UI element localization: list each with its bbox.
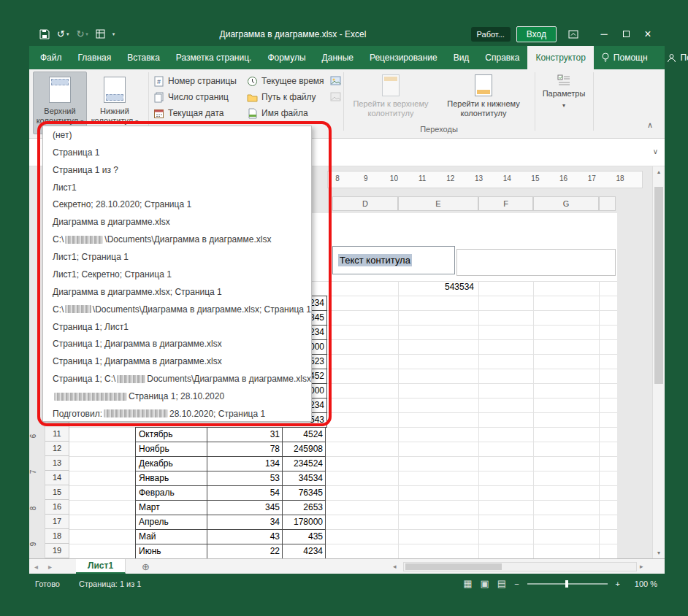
column-header[interactable] [599, 196, 616, 211]
view-normal-button[interactable]: ▦ [463, 578, 472, 589]
scroll-up-arrow[interactable]: ▴ [653, 169, 665, 175]
sheet-tab-active[interactable]: Лист1 [76, 559, 126, 574]
file-name-button[interactable]: Имя файла [247, 106, 308, 120]
header-preset-item[interactable]: Страница 1; Лист1 [43, 318, 311, 336]
zoom-slider-thumb[interactable] [565, 580, 568, 588]
save-button[interactable] [39, 29, 50, 39]
row-header[interactable]: 18 [45, 529, 69, 544]
header-preset-item[interactable]: Страница 1 [43, 144, 311, 161]
cell-e-value[interactable]: 543534 [398, 282, 477, 295]
cell-month[interactable]: Октябрь [136, 428, 207, 442]
file-path-button[interactable]: Путь к файлу [247, 90, 316, 104]
header-center-section[interactable]: Текст контитула [332, 246, 455, 274]
cell-value[interactable]: 345 [207, 501, 283, 515]
cell-value[interactable]: 435 [283, 530, 326, 544]
vertical-scrollbar[interactable]: ▴ ▾ [652, 166, 665, 558]
column-header[interactable]: E [398, 196, 478, 211]
vertical-scrollbar-thumb[interactable] [654, 187, 663, 384]
cell-value[interactable]: 43 [207, 530, 283, 544]
share-button[interactable]: Поделиться [655, 46, 688, 69]
header-preset-item[interactable]: Подготовил: 28.10.2020; Страница 1 [43, 405, 311, 422]
customize-qat-button[interactable]: ▾ [112, 31, 115, 36]
header-preset-item[interactable]: Лист1; Секретно; Страница 1 [43, 266, 311, 283]
cell-value[interactable]: 34534 [283, 471, 326, 486]
account-badge[interactable]: Работ... [471, 27, 511, 42]
row-header[interactable]: 14 [45, 471, 69, 485]
ribbon-tab[interactable]: Справка [477, 46, 527, 69]
redo-button[interactable]: ↻▾ [76, 29, 88, 39]
cell-value[interactable]: 4524 [283, 428, 326, 442]
close-button[interactable]: × [637, 25, 659, 44]
column-header[interactable]: F [478, 196, 533, 211]
header-preset-item[interactable]: Секретно; 28.10.2020; Страница 1 [43, 196, 311, 214]
row-header[interactable]: 19 [45, 544, 69, 558]
scroll-down-arrow[interactable]: ▾ [653, 550, 665, 556]
cell-value[interactable]: 76345 [283, 486, 326, 501]
row-header[interactable]: 12 [45, 442, 69, 456]
header-right-section[interactable] [456, 249, 616, 276]
ribbon-tab[interactable]: Рецензирование [362, 46, 446, 69]
ribbon-tab[interactable]: Разметка страниц. [168, 46, 260, 69]
cell-value[interactable]: 31 [207, 428, 283, 442]
cell-month[interactable]: Февраль [136, 486, 207, 501]
ribbon-tab[interactable]: Главная [70, 46, 120, 69]
sheet-nav-left-arrow[interactable]: ◂ [29, 563, 43, 571]
add-sheet-button[interactable]: ⊕ [142, 561, 150, 572]
goto-footer-button[interactable]: Перейти к нижнему колонтитулу [437, 72, 530, 118]
cell-value[interactable]: 53 [207, 471, 283, 486]
ribbon-tab[interactable]: Конструктор [527, 46, 593, 69]
cell-value[interactable]: 4234 [283, 544, 326, 559]
ribbon-tab[interactable]: Данные [314, 46, 362, 69]
row-header[interactable]: 17 [45, 515, 69, 529]
cell-month[interactable]: Апрель [136, 515, 207, 530]
page-count-button[interactable]: Число страниц [153, 90, 229, 104]
view-page-break-button[interactable]: ▤ [497, 578, 506, 589]
cell-value[interactable]: 234524 [283, 457, 326, 471]
zoom-slider[interactable] [527, 583, 608, 585]
cell-value[interactable]: 2653 [283, 501, 326, 515]
cell-value[interactable]: 22 [207, 544, 283, 559]
ribbon-tab[interactable]: Вид [446, 46, 478, 69]
ribbon-tab[interactable]: Вставка [119, 46, 168, 69]
row-header[interactable]: 15 [45, 485, 69, 500]
column-header[interactable]: G [533, 196, 599, 211]
cell-value[interactable]: 54 [207, 486, 283, 501]
cell-value[interactable]: 134 [207, 457, 283, 471]
header-preset-item[interactable]: Страница 1; Диаграмма в диаграмме.xlsx [43, 353, 311, 370]
header-preset-item[interactable]: C:\\Documents\Диаграмма в диаграмме.xlsx [43, 231, 311, 248]
zoom-in-button[interactable]: + [616, 580, 620, 588]
formula-bar-expand-button[interactable]: ∨ [653, 147, 658, 155]
cell-month[interactable]: Декабрь [136, 457, 207, 471]
undo-button[interactable]: ↺▾ [57, 29, 69, 39]
zoom-out-button[interactable]: − [514, 580, 519, 588]
page-number-button[interactable]: # Номер страницы [153, 74, 237, 88]
view-page-layout-button[interactable]: ▣ [481, 578, 489, 589]
options-dropdown-button[interactable]: Параметры ▾ [540, 72, 587, 110]
cell-value[interactable]: 178000 [283, 515, 326, 530]
header-preset-item[interactable]: Лист1 [43, 179, 311, 196]
header-preset-item[interactable]: Страница 1 из ? [43, 161, 311, 179]
hscroll-right-arrow[interactable]: ▸ [640, 563, 643, 570]
ribbon-tab[interactable]: Файл [32, 46, 70, 69]
row-header[interactable]: 16 [45, 500, 69, 515]
current-time-button[interactable]: Текущее время [247, 74, 324, 88]
column-header[interactable]: D [332, 196, 398, 211]
current-date-button[interactable]: Текущая дата [153, 106, 224, 120]
cell-month[interactable]: Июнь [136, 544, 207, 559]
cell-value[interactable]: 245908 [283, 442, 326, 457]
sheet-nav-right-arrow[interactable]: ▸ [43, 563, 57, 571]
horizontal-scrollbar-thumb[interactable] [405, 563, 502, 570]
header-preset-item[interactable]: Лист1; Страница 1 [43, 248, 311, 266]
cell-value[interactable]: 34 [207, 515, 283, 530]
hscroll-left-arrow[interactable]: ◂ [393, 563, 397, 570]
header-preset-item[interactable]: Диаграмма в диаграмме.xlsx; Страница 1 [43, 283, 311, 301]
minimize-button[interactable]: ─ [593, 25, 615, 44]
ribbon-collapse-button[interactable]: ∧ [647, 120, 653, 130]
format-picture-button[interactable] [329, 90, 342, 103]
header-preset-item[interactable]: Страница 1; C:\Documents\Диаграмма в диа… [43, 370, 311, 388]
zoom-level[interactable]: 100 % [628, 580, 657, 588]
cell-month[interactable]: Март [136, 501, 207, 515]
ribbon-tab[interactable]: Формулы [259, 46, 313, 69]
header-preset-item[interactable]: C:\\Documents\Диаграмма в диаграмме.xlsx… [43, 301, 311, 318]
maximize-button[interactable] [615, 25, 637, 44]
